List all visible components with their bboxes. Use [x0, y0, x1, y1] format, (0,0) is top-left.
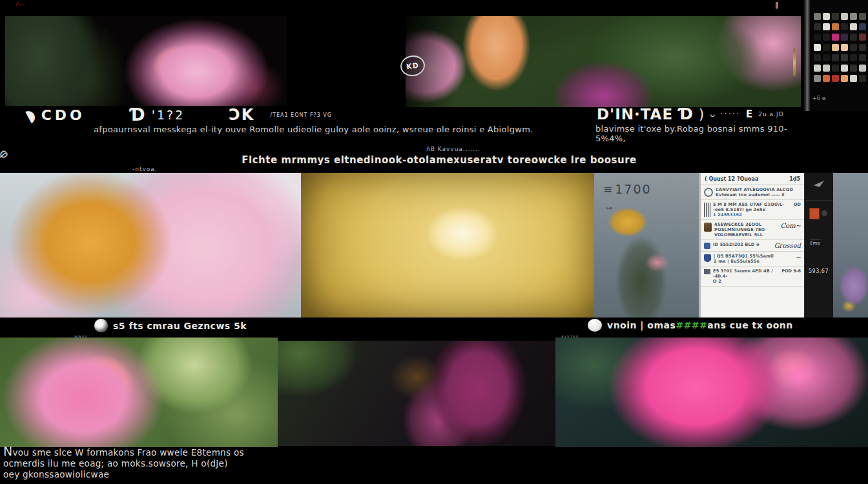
phone-list-header: ( Quust 12 ?Quoaa 1d5 — [701, 173, 804, 185]
app-icon[interactable] — [859, 13, 866, 20]
list-item[interactable]: CANVYIAIT ATLEGOOVIA ALCOD Kvhmam tne au… — [701, 185, 804, 200]
app-icon[interactable] — [850, 23, 857, 30]
app-icon[interactable] — [823, 13, 830, 20]
photo-bottom-left-lotus[interactable] — [0, 338, 278, 447]
list-item[interactable]: ID 5552!202 BLD o Grossed — [701, 240, 804, 252]
camera-number-label: 1700 — [615, 182, 651, 196]
list-item-line: -oo5 8.518?! go 2o5e — [713, 207, 791, 212]
app-icon[interactable] — [841, 34, 848, 41]
app-icon[interactable] — [850, 65, 857, 72]
app-icon[interactable] — [814, 65, 821, 72]
comment-icon[interactable]: Ɗ — [130, 105, 145, 125]
app-icon[interactable] — [823, 23, 830, 30]
footer-line-3: oey gkonssaowiolicwae — [3, 469, 274, 480]
list-item[interactable]: 45EWECKCE 3EOOL POSLMNIUNEGE 7EO VOLOMBA… — [701, 220, 804, 240]
comment-count[interactable]: '1?2 — [152, 108, 185, 122]
orange-action-button[interactable] — [809, 208, 820, 219]
app-icon[interactable] — [850, 75, 857, 82]
app-icon[interactable] — [859, 54, 866, 61]
caption-pre: vnoin | omas — [607, 320, 676, 330]
like-count[interactable]: CDO — [41, 107, 85, 123]
photo-top-right-garden[interactable] — [406, 16, 801, 107]
app-icon[interactable] — [841, 75, 848, 82]
like-icon[interactable]: ◗ — [22, 105, 39, 126]
list-item[interactable]: E5 3?01 3aume 4ED 4B / -40.4- O 2 POD 9-… — [701, 267, 804, 287]
list-item-link[interactable]: 1 24553192 — [713, 212, 742, 217]
signature-scribble: Grossed — [774, 242, 801, 249]
app-icon[interactable] — [832, 34, 839, 41]
app-icon[interactable] — [841, 44, 848, 51]
app-icon[interactable] — [841, 65, 848, 72]
avatar-icon[interactable] — [94, 319, 108, 332]
list-item[interactable]: 5 M 8 MM A55 U7AF G1OU/L- -oo5 8.518?! g… — [701, 200, 804, 220]
send-icon[interactable] — [814, 181, 824, 187]
app-icon[interactable] — [823, 54, 830, 61]
reaction-icon[interactable]: Ɗ — [679, 105, 693, 123]
app-icon[interactable] — [814, 44, 821, 51]
corner-mark: A⌐ — [16, 1, 25, 8]
app-icon[interactable] — [841, 23, 848, 30]
app-icon[interactable] — [814, 54, 821, 61]
gold-clip-decoration — [793, 48, 796, 77]
egg-avatar-icon[interactable] — [588, 319, 602, 332]
app-icon[interactable] — [841, 54, 848, 61]
app-icon[interactable] — [832, 13, 839, 20]
app-icon[interactable] — [850, 13, 857, 20]
app-icon[interactable] — [859, 75, 866, 82]
app-icon-grid[interactable] — [814, 13, 866, 82]
app-icon[interactable] — [814, 23, 821, 30]
app-icon[interactable] — [814, 34, 821, 41]
app-icon[interactable] — [823, 44, 830, 51]
knob-icon[interactable] — [822, 210, 827, 216]
app-icon[interactable] — [823, 75, 830, 82]
app-grid-more-label[interactable]: +6 ⊕ — [812, 96, 826, 101]
caption-post: ans cue tx oonn — [707, 320, 793, 330]
app-icon[interactable] — [832, 44, 839, 51]
app-icon[interactable] — [814, 75, 821, 82]
app-icon[interactable] — [859, 23, 866, 30]
feed-caption-right-text: vnoin | omas####ans cue tx oonn — [607, 320, 793, 330]
paren-glyph: ) — [699, 106, 704, 122]
app-icon[interactable] — [850, 44, 857, 51]
app-icon[interactable] — [859, 44, 866, 51]
app-icon[interactable] — [832, 54, 839, 61]
app-icon[interactable] — [832, 23, 839, 30]
list-item-line: | Q5 B5A73Q1.55%5amll — [714, 254, 793, 259]
list-item[interactable]: | Q5 B5A73Q1.55%5amll 2 me | 8u55ula55e … — [701, 252, 804, 267]
app-icon[interactable] — [814, 13, 821, 20]
menu-icon: ≡ — [603, 183, 612, 196]
share-icon[interactable]: ƆK — [229, 106, 254, 124]
list-item-line: ID 5552!202 BLD o — [713, 242, 772, 247]
photo-mid-right-sliver[interactable] — [833, 173, 868, 318]
photo-top-left-pink-flower[interactable] — [5, 16, 287, 106]
center-note-headline: Flchte mrmmys eltnedinook-otolamexuserat… — [132, 154, 746, 166]
blue-square-icon — [704, 243, 710, 249]
post-meta-label: 2u.a.JO — [758, 111, 783, 117]
caption-top-left: afpoaurnsval messkega el-ity ouve Romoll… — [94, 125, 552, 134]
app-icon[interactable] — [823, 34, 830, 41]
photo-bottom-right-pink[interactable] — [555, 338, 868, 447]
photo-bottom-middle-magenta[interactable] — [278, 341, 555, 446]
list-item-line: Kvhmam tne audumol —— £ — [716, 192, 801, 197]
app-icon[interactable] — [841, 13, 848, 20]
feed-caption-right: vnoin | omas####ans cue tx oonn — [588, 319, 793, 332]
flag-icon — [704, 269, 710, 274]
list-item-line: O 2 — [713, 279, 779, 284]
post-author-title[interactable]: D'IN·TAE — [597, 106, 673, 123]
ring-icon — [704, 188, 713, 197]
app-icon[interactable] — [850, 34, 857, 41]
app-icon[interactable] — [832, 75, 839, 82]
app-icon[interactable] — [859, 65, 866, 72]
photo-mid-yellow-macro[interactable] — [301, 173, 594, 318]
list-item-line: VOLOMBAEVEIL 5LL — [714, 232, 778, 237]
engagement-bar-right: D'IN·TAE Ɗ ) ᴗ ····· E 2u.a.JO — [597, 105, 784, 123]
app-icon[interactable] — [850, 54, 857, 61]
app-icon[interactable] — [832, 65, 839, 72]
app-launcher-panel[interactable]: +6 ⊕ — [810, 0, 868, 111]
photo-mid-pink-macro[interactable] — [0, 173, 301, 318]
phone-notification-list[interactable]: ( Quust 12 ?Quoaa 1d5 CANVYIAIT ATLEGOOV… — [699, 173, 804, 318]
app-icon[interactable] — [859, 34, 866, 41]
feed-caption-left: s5 fts cmrau Gezncws 5k — [94, 319, 247, 332]
footer-line-2: ocmerdis ilu me eoag; ao moks.sowsore, H… — [3, 458, 274, 469]
app-icon[interactable] — [823, 65, 830, 72]
